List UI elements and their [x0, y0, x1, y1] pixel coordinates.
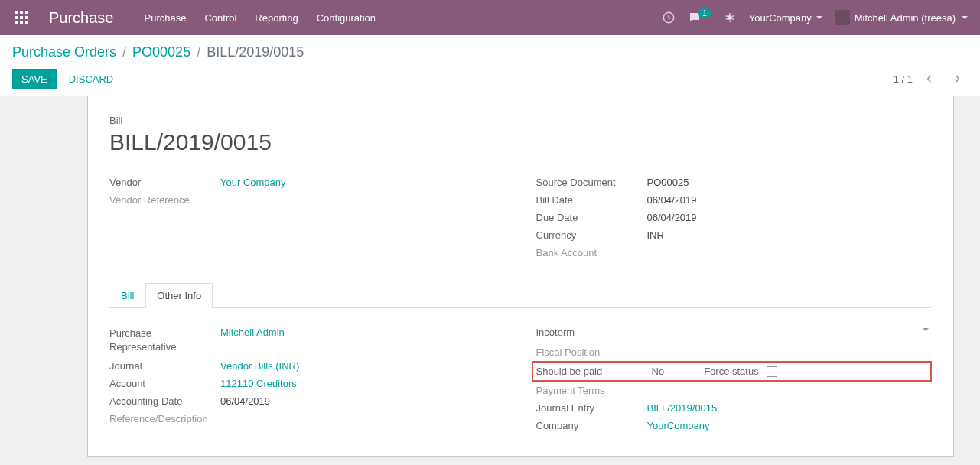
- journalentry-label: Journal Entry: [536, 402, 647, 414]
- force-status-checkbox[interactable]: [767, 366, 777, 377]
- menu-purchase[interactable]: Purchase: [145, 12, 187, 24]
- account-label: Account: [109, 378, 220, 389]
- duedate-value[interactable]: 06/04/2019: [647, 212, 933, 223]
- rep-label: Purchase Representative: [109, 327, 220, 354]
- chevron-down-icon: [923, 328, 929, 331]
- source-value: PO00025: [647, 177, 933, 188]
- company-selector[interactable]: YourCompany: [749, 12, 822, 24]
- account-value[interactable]: 112110 Creditors: [220, 378, 297, 389]
- breadcrumb: Purchase Orders / PO00025 / BILL/2019/00…: [12, 44, 968, 60]
- shouldpay-value: No: [652, 366, 665, 377]
- bug-icon[interactable]: [723, 11, 737, 24]
- topbar: Purchase Purchase Control Reporting Conf…: [0, 0, 980, 35]
- incoterm-label: Incoterm: [536, 327, 647, 340]
- svg-point-10: [728, 15, 732, 20]
- vendor-ref-label: Vendor Reference: [109, 194, 220, 206]
- billdate-value[interactable]: 06/04/2019: [647, 194, 933, 206]
- left-column: Vendor Your Company Vendor Reference: [109, 174, 506, 262]
- journalentry-value[interactable]: BILL/2019/0015: [647, 402, 718, 414]
- app-name[interactable]: Purchase: [49, 9, 114, 27]
- right-column: Source Document PO00025 Bill Date 06/04/…: [536, 174, 933, 262]
- breadcrumb-current: BILL/2019/0015: [207, 44, 304, 60]
- discard-button[interactable]: DISCARD: [66, 69, 117, 89]
- pager-next[interactable]: [946, 68, 968, 89]
- currency-value[interactable]: INR: [647, 229, 933, 241]
- accdate-label: Accounting Date: [109, 395, 220, 407]
- accdate-value[interactable]: 06/04/2019: [220, 395, 506, 407]
- page-title: BILL/2019/0015: [109, 129, 932, 155]
- svg-rect-3: [15, 16, 18, 19]
- pager-prev[interactable]: [919, 68, 940, 89]
- tab-bill[interactable]: Bill: [109, 283, 145, 307]
- svg-rect-4: [20, 16, 23, 19]
- duedate-label: Due Date: [536, 212, 647, 223]
- svg-rect-2: [25, 11, 28, 14]
- menu-control[interactable]: Control: [204, 12, 236, 24]
- vendor-value[interactable]: Your Company: [220, 177, 286, 188]
- clock-icon[interactable]: [662, 11, 676, 24]
- svg-rect-1: [20, 11, 23, 14]
- title-section: Bill BILL/2019/0015: [109, 115, 932, 155]
- svg-rect-7: [20, 21, 23, 24]
- vendor-label: Vendor: [109, 177, 220, 188]
- svg-rect-6: [15, 21, 18, 24]
- svg-rect-8: [25, 21, 28, 24]
- message-badge: 1: [698, 8, 711, 18]
- pager: 1 / 1: [894, 68, 968, 89]
- user-menu[interactable]: Mitchell Admin (treesa): [835, 10, 968, 25]
- pager-text: 1 / 1: [894, 73, 913, 85]
- company-name: YourCompany: [749, 12, 812, 24]
- shouldpay-label: Should be paid: [536, 366, 647, 377]
- should-be-paid-row: Should be paid No Force status: [532, 361, 933, 382]
- user-name: Mitchell Admin (treesa): [855, 12, 956, 24]
- bank-value[interactable]: [647, 247, 933, 259]
- tab-other-info[interactable]: Other Info: [145, 283, 213, 307]
- fiscal-value[interactable]: [647, 346, 933, 358]
- title-label: Bill: [109, 115, 932, 126]
- messages-button[interactable]: 1: [688, 11, 711, 24]
- journal-label: Journal: [109, 360, 220, 372]
- other-right: Incoterm Fiscal Position Should be paid …: [536, 324, 933, 434]
- company-label: Company: [536, 420, 647, 431]
- breadcrumb-sep: /: [197, 44, 200, 60]
- company-value[interactable]: YourCompany: [647, 420, 710, 431]
- force-status-label: Force status: [704, 366, 759, 377]
- source-label: Source Document: [536, 177, 647, 188]
- incoterm-select[interactable]: [647, 327, 933, 340]
- other-left: Purchase Representative Mitchell Admin J…: [109, 324, 506, 434]
- fiscal-label: Fiscal Position: [536, 346, 647, 358]
- payterms-label: Payment Terms: [536, 385, 647, 396]
- payterms-value[interactable]: [647, 385, 933, 396]
- refdesc-label: Reference/Description: [109, 413, 220, 424]
- rep-value[interactable]: Mitchell Admin: [220, 327, 285, 338]
- top-right: 1 YourCompany Mitchell Admin (treesa): [662, 10, 968, 25]
- chevron-down-icon: [816, 16, 822, 19]
- control-panel: Purchase Orders / PO00025 / BILL/2019/00…: [0, 35, 980, 96]
- avatar: [835, 10, 850, 25]
- chevron-down-icon: [962, 16, 968, 19]
- apps-icon[interactable]: [12, 8, 31, 27]
- menu-reporting[interactable]: Reporting: [255, 12, 298, 24]
- vendor-ref-value[interactable]: [220, 194, 506, 206]
- save-button[interactable]: SAVE: [12, 69, 57, 89]
- top-menu: Purchase Control Reporting Configuration: [145, 12, 663, 24]
- action-buttons: SAVE DISCARD: [12, 69, 116, 89]
- currency-label: Currency: [536, 229, 647, 241]
- billdate-label: Bill Date: [536, 194, 647, 206]
- bank-label: Bank Account: [536, 247, 647, 259]
- breadcrumb-root[interactable]: Purchase Orders: [12, 44, 116, 60]
- refdesc-value[interactable]: [220, 413, 506, 424]
- tabs: Bill Other Info: [109, 283, 932, 308]
- svg-rect-0: [15, 11, 18, 14]
- journal-value[interactable]: Vendor Bills (INR): [220, 360, 299, 372]
- form-sheet: Bill BILL/2019/0015 Vendor Your Company …: [87, 96, 954, 457]
- svg-rect-5: [25, 16, 28, 19]
- breadcrumb-sep: /: [122, 44, 126, 60]
- breadcrumb-parent[interactable]: PO00025: [132, 44, 190, 60]
- menu-configuration[interactable]: Configuration: [317, 12, 376, 24]
